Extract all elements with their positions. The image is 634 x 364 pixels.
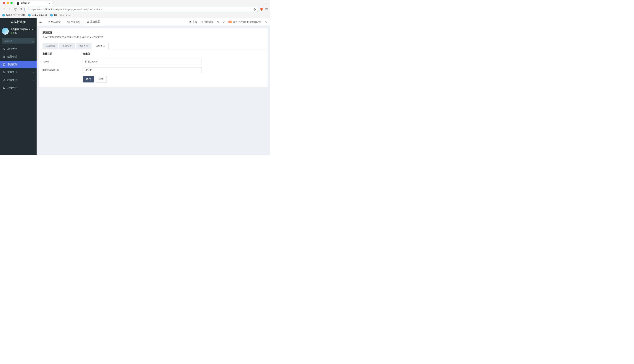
clear-cache-label: 清除缓存 — [204, 20, 214, 24]
bookmark-item[interactable]: 程序搭建/开发/修复 — [2, 14, 25, 17]
tab-dict[interactable]: 字典配置 — [59, 43, 75, 49]
search-input[interactable] — [4, 40, 32, 42]
top-nav-right: 主页 清除缓存 天美社区源码网timibbs.net — [186, 20, 270, 24]
sidebar-item-gameplay[interactable]: TM 玩法大全 — [0, 45, 37, 53]
sidebar-item-fry[interactable]: 鱼苗管理 — [0, 53, 37, 60]
tripadvisor-icon — [67, 21, 70, 23]
top-tab-system-config[interactable]: 系统配置 — [84, 18, 103, 26]
top-nav-left: TM 玩法大全 鱼苗管理 系统配置 — [37, 18, 103, 26]
tab-title: 系统配置 — [21, 2, 30, 5]
submit-button[interactable]: 确定 — [83, 76, 94, 82]
svg-point-19 — [4, 64, 4, 65]
user-status: 在线 — [11, 32, 35, 34]
form-header: 变量标题 变量值 — [43, 52, 264, 57]
browser-menu-button[interactable] — [265, 8, 268, 11]
new-tab-button[interactable]: + — [53, 1, 58, 5]
url-bar[interactable]: https://daou102.timibbs.vip/timibbs.php/… — [25, 7, 258, 12]
svg-point-20 — [3, 72, 4, 72]
sidebar-item-system-config[interactable]: 系统配置 — [0, 60, 37, 68]
language-button[interactable] — [217, 20, 219, 23]
svg-point-35 — [265, 21, 266, 22]
toggle-sidebar-button[interactable] — [37, 20, 44, 23]
chatid-input[interactable] — [83, 67, 202, 73]
user-name: 天美社区源码网timibbs.n — [11, 28, 35, 31]
brand[interactable]: 多模板多签 — [0, 18, 37, 26]
bookmarks-bar: 程序搭建/开发/修复 认准->天美社区 TG：@tianmeibbs — [0, 12, 270, 18]
chevron-left-icon: ‹ — [33, 79, 34, 81]
users-icon — [3, 79, 6, 81]
svg-line-14 — [33, 41, 33, 42]
site-settings-icon[interactable] — [27, 8, 29, 10]
svg-point-31 — [69, 22, 69, 22]
header-variable-title: 变量标题 — [43, 52, 83, 56]
sidebar-item-member[interactable]: 会员管理 ‹ — [0, 84, 37, 92]
header-variable-value: 变量值 — [83, 52, 90, 56]
settings-button[interactable] — [265, 20, 267, 23]
user-info: 天美社区源码网timibbs.n 在线 — [11, 28, 35, 34]
svg-point-36 — [266, 22, 267, 22]
window-controls — [2, 2, 14, 4]
user-circle-icon — [3, 86, 6, 89]
back-button[interactable] — [2, 8, 6, 11]
browser-tab[interactable]: 系统配置 × — [15, 1, 52, 6]
nav-bar: https://daou102.timibbs.vip/timibbs.php/… — [0, 6, 270, 12]
tab-basic[interactable]: 基础配置 — [43, 43, 58, 49]
close-window-button[interactable] — [3, 2, 5, 4]
fullscreen-button[interactable] — [223, 20, 225, 23]
user-avatar[interactable] — [2, 28, 9, 35]
tripadvisor-icon — [3, 56, 6, 58]
tab-bar-chevron[interactable] — [262, 2, 269, 4]
search-icon[interactable] — [32, 40, 34, 42]
tab-bar: 系统配置 × + — [0, 0, 270, 6]
chevron-left-icon: ‹ — [33, 71, 34, 74]
brave-shield-icon[interactable] — [260, 8, 263, 11]
reset-button[interactable]: 重置 — [96, 76, 107, 82]
chevron-left-icon: ‹ — [33, 87, 34, 89]
tab-address[interactable]: 地址配置 — [76, 43, 92, 49]
top-tab-fry[interactable]: 鱼苗管理 — [64, 18, 84, 26]
svg-point-21 — [4, 72, 5, 73]
reload-button[interactable] — [13, 8, 17, 11]
clear-cache-link[interactable]: 清除缓存 — [201, 20, 214, 24]
status-dot-icon — [11, 32, 12, 34]
svg-point-32 — [88, 21, 88, 22]
share-icon[interactable] — [253, 8, 256, 10]
user-status-text: 在线 — [13, 32, 17, 34]
top-tab-gameplay[interactable]: TM 玩法大全 — [44, 18, 64, 26]
sidebar-item-label: 系统配置 — [8, 63, 17, 66]
token-input[interactable] — [83, 59, 202, 64]
forward-button[interactable] — [8, 8, 12, 11]
svg-line-33 — [224, 21, 225, 22]
tab-telegram[interactable]: 电报配置 — [93, 43, 109, 50]
url-text: https://daou102.timibbs.vip/timibbs.php/… — [31, 8, 252, 11]
bookmark-button[interactable] — [19, 8, 23, 10]
sidebar-item-general[interactable]: 常规管理 ‹ — [0, 68, 37, 76]
bookmark-favicon — [28, 14, 31, 16]
bookmark-label: 程序搭建/开发/修复 — [6, 14, 25, 17]
home-link[interactable]: 主页 — [189, 20, 197, 24]
bookmark-favicon — [50, 14, 53, 16]
site-link[interactable]: 天美社区源码网timibbs.net — [229, 20, 261, 24]
sidebar-item-auth[interactable]: 权限管理 ‹ — [0, 76, 37, 84]
minimize-window-button[interactable] — [7, 2, 9, 4]
gear-icon — [87, 20, 89, 23]
bookmark-item[interactable]: TG：@tianmeibbs — [50, 14, 72, 17]
gear-icon — [3, 63, 6, 66]
maximize-window-button[interactable] — [11, 2, 13, 4]
sidebar-menu: TM 玩法大全 鱼苗管理 系统配置 常规管理 ‹ — [0, 45, 37, 92]
main: TM 玩法大全 鱼苗管理 系统配置 — [37, 18, 270, 155]
config-panel: 系统配置 可以在此增改系统的变量和分组,也可以自定义分组和变量 基础配置 字典配… — [39, 28, 268, 87]
tm-icon: TM — [47, 21, 50, 23]
svg-line-34 — [223, 22, 224, 23]
user-panel: 天美社区源码网timibbs.n 在线 — [0, 26, 37, 36]
site-logo-icon — [229, 20, 232, 23]
top-tab-label: 玩法大全 — [51, 20, 61, 24]
close-tab-button[interactable]: × — [49, 2, 50, 5]
bookmark-favicon — [2, 14, 5, 16]
bookmark-item[interactable]: 认准->天美社区 — [28, 14, 47, 17]
app: 多模板多签 天美社区源码网timibbs.n 在线 TM 玩法大 — [0, 18, 270, 155]
content: 系统配置 可以在此增改系统的变量和分组,也可以自定义分组和变量 基础配置 字典配… — [37, 26, 270, 90]
panel-desc: 可以在此增改系统的变量和分组,也可以自定义分组和变量 — [43, 36, 264, 39]
top-nav: TM 玩法大全 鱼苗管理 系统配置 — [37, 18, 270, 26]
sidebar-search — [0, 36, 37, 45]
